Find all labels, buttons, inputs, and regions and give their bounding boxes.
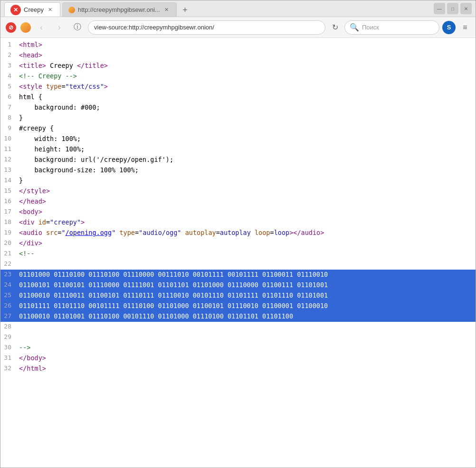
line-content-6: html { — [17, 92, 476, 103]
line-number-1: 1 — [0, 40, 17, 50]
line-content-25: 01100010 01110011 01100101 01110111 0111… — [17, 290, 476, 301]
line-content-1: <html> — [17, 40, 476, 50]
line-content-27: 01100010 01101001 01110100 00101110 0110… — [17, 311, 476, 322]
source-line-2: 2<head> — [0, 50, 476, 61]
forward-button[interactable]: › — [52, 20, 67, 35]
window-controls: — □ ✕ — [434, 3, 472, 14]
line-content-12: background: url('/creepy/open.gif'); — [17, 155, 476, 165]
info-button[interactable]: ⓘ — [70, 20, 85, 35]
close-button[interactable]: ✕ — [460, 3, 472, 14]
tab-close-creepy[interactable]: ✕ — [47, 6, 54, 14]
line-content-9: #creepy { — [17, 123, 476, 134]
line-number-31: 31 — [0, 353, 17, 364]
line-content-7: background: #000; — [17, 103, 476, 113]
line-number-8: 8 — [0, 113, 17, 123]
source-line-14: 14} — [0, 176, 476, 186]
source-line-29: 29 — [0, 332, 476, 343]
line-number-4: 4 — [0, 71, 17, 82]
tab-close-onion[interactable]: ✕ — [163, 6, 171, 14]
address-bar[interactable]: view-source:http://creepymhpgibsewr.onio… — [88, 20, 325, 35]
line-number-23: 23 — [0, 270, 17, 280]
line-content-13: background-size: 100% 100%; — [17, 165, 476, 176]
line-content-16: </head> — [17, 197, 476, 207]
line-number-5: 5 — [0, 82, 17, 92]
source-line-28: 28 — [0, 322, 476, 332]
source-line-25: 2501100010 01110011 01100101 01110111 01… — [0, 290, 476, 301]
line-number-6: 6 — [0, 92, 17, 103]
source-line-3: 3<title> Creepy </title> — [0, 61, 476, 71]
line-content-20: </div> — [17, 238, 476, 249]
content-area: 1<html>2<head>3<title> Creepy </title>4<… — [0, 38, 476, 468]
line-number-22: 22 — [0, 259, 17, 270]
line-number-24: 24 — [0, 280, 17, 290]
line-number-25: 25 — [0, 290, 17, 301]
flame-icon — [68, 7, 75, 13]
line-number-13: 13 — [0, 165, 17, 176]
source-line-26: 2601101111 01101110 00101111 01110100 01… — [0, 301, 476, 311]
tab-title-creepy: Creepy — [24, 6, 44, 13]
stop-icon: ✕ — [10, 5, 21, 15]
line-number-17: 17 — [0, 207, 17, 217]
source-line-23: 2301101000 01110100 01110100 01110000 00… — [0, 270, 476, 280]
line-number-19: 19 — [0, 228, 17, 238]
menu-button[interactable]: ≡ — [458, 21, 472, 34]
source-line-7: 7 background: #000; — [0, 103, 476, 113]
source-line-13: 13 background-size: 100% 100%; — [0, 165, 476, 176]
line-number-30: 30 — [0, 343, 17, 353]
tab-creepy[interactable]: ✕ Creepy ✕ — [4, 2, 60, 17]
browser-window: ✕ Creepy ✕ http://creepymhpgibsewr.oni..… — [0, 0, 476, 468]
maximize-button[interactable]: □ — [447, 3, 458, 14]
source-line-11: 11 height: 100%; — [0, 144, 476, 155]
line-content-32: </html> — [17, 364, 476, 374]
source-line-5: 5<style type="text/css"> — [0, 82, 476, 92]
line-content-29 — [17, 332, 476, 343]
line-content-4: <!-- Creepy --> — [17, 71, 476, 82]
profile-icon[interactable]: S — [442, 21, 456, 34]
source-line-30: 30--> — [0, 343, 476, 353]
line-number-11: 11 — [0, 144, 17, 155]
line-number-12: 12 — [0, 155, 17, 165]
source-line-6: 6html { — [0, 92, 476, 103]
line-content-8: } — [17, 113, 476, 123]
address-text: view-source:http://creepymhpgibsewr.onio… — [94, 24, 214, 31]
nav-bar: ⊘ ‹ › ⓘ view-source:http://creepymhpgibs… — [0, 17, 476, 38]
line-content-18: <div id="creepy"> — [17, 217, 476, 228]
back-button[interactable]: ‹ — [34, 20, 49, 35]
line-content-23: 01101000 01110100 01110100 01110000 0011… — [17, 270, 476, 280]
source-line-9: 9#creepy { — [0, 123, 476, 134]
line-content-24: 01100101 01100101 01110000 01111001 0110… — [17, 280, 476, 290]
line-content-5: <style type="text/css"> — [17, 82, 476, 92]
line-number-20: 20 — [0, 238, 17, 249]
source-line-4: 4<!-- Creepy --> — [0, 71, 476, 82]
audio-src-link[interactable]: /opening.ogg — [66, 229, 112, 236]
line-content-31: </body> — [17, 353, 476, 364]
search-bar[interactable]: 🔍 Поиск — [344, 20, 439, 35]
source-line-24: 2401100101 01100101 01110000 01111001 01… — [0, 280, 476, 290]
source-line-15: 15</style> — [0, 186, 476, 197]
line-number-15: 15 — [0, 186, 17, 197]
title-bar: ✕ Creepy ✕ http://creepymhpgibsewr.oni..… — [0, 0, 476, 17]
new-tab-button[interactable]: + — [179, 3, 192, 17]
source-line-22: 22 — [0, 259, 476, 270]
security-stop-icon: ⊘ — [4, 21, 18, 34]
line-content-10: width: 100%; — [17, 134, 476, 144]
line-content-30: --> — [17, 343, 476, 353]
source-line-19: 19<audio src="/opening.ogg" type="audio/… — [0, 228, 476, 238]
stop-sign-icon: ⊘ — [6, 22, 16, 33]
line-number-28: 28 — [0, 322, 17, 332]
tab-title-onion: http://creepymhpgibsewr.oni... — [78, 6, 160, 13]
line-content-15: </style> — [17, 186, 476, 197]
line-number-14: 14 — [0, 176, 17, 186]
tab-group: ✕ Creepy ✕ http://creepymhpgibsewr.oni..… — [4, 0, 434, 17]
line-number-18: 18 — [0, 217, 17, 228]
minimize-button[interactable]: — — [434, 3, 445, 14]
line-content-17: <body> — [17, 207, 476, 217]
line-content-22 — [17, 259, 476, 270]
line-content-2: <head> — [17, 50, 476, 61]
line-content-3: <title> Creepy </title> — [17, 61, 476, 71]
line-number-9: 9 — [0, 123, 17, 134]
line-content-11: height: 100%; — [17, 144, 476, 155]
tab-onion[interactable]: http://creepymhpgibsewr.oni... ✕ — [62, 2, 177, 17]
refresh-button[interactable]: ↻ — [328, 21, 342, 34]
source-line-21: 21<!-- — [0, 249, 476, 259]
